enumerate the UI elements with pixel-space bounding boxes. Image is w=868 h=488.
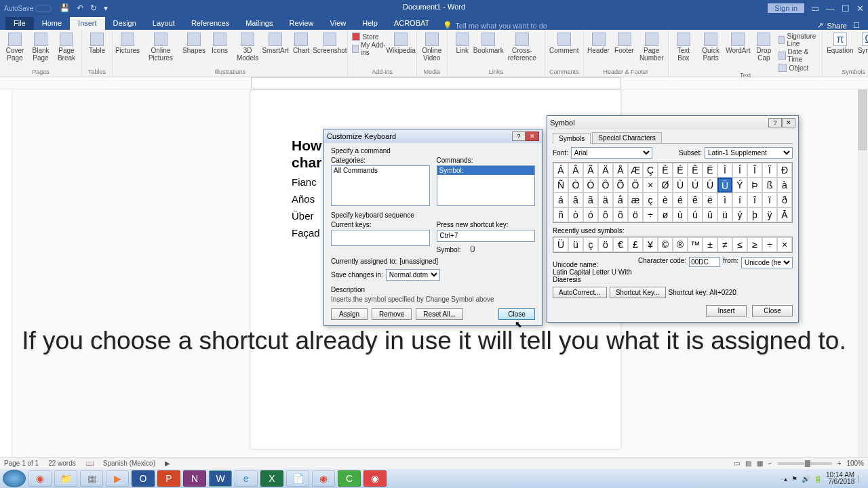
symbol-close-button[interactable]: Close [752, 305, 793, 317]
symbol-cell[interactable]: ê [688, 192, 703, 207]
recent-symbol-cell[interactable]: ¥ [643, 237, 658, 252]
zoom-value[interactable]: 100% [846, 460, 864, 467]
tab-file[interactable]: File [5, 17, 34, 30]
symbol-cell[interactable]: ß [762, 178, 777, 192]
symbol-cell[interactable]: ú [688, 207, 703, 222]
autocorrect-button[interactable]: AutoCorrect... [553, 287, 607, 298]
symbol-cell[interactable]: ä [598, 192, 613, 207]
minimize-icon[interactable]: — [826, 3, 835, 14]
recent-symbol-cell[interactable]: © [658, 237, 673, 252]
symbol-cell[interactable]: ñ [553, 207, 568, 222]
signature-line-button[interactable]: Signature Line [778, 33, 818, 47]
tray-up-icon[interactable]: ▴ [784, 475, 787, 483]
tray-clock[interactable]: 10:14 AM7/6/2018 [826, 472, 854, 485]
text-box-button[interactable]: Text Box [673, 33, 694, 62]
symbol-cell[interactable]: ì [717, 192, 732, 207]
symbol-cell[interactable]: Ù [673, 178, 688, 192]
taskbar-onenote-icon[interactable]: N [183, 470, 206, 487]
icons-button[interactable]: Icons [209, 33, 231, 54]
assign-button[interactable]: Assign [331, 308, 368, 320]
table-button[interactable]: Table [86, 33, 108, 54]
tab-home[interactable]: Home [34, 17, 70, 30]
symbol-cell[interactable]: Ø [658, 178, 673, 192]
view-read-icon[interactable]: ▭ [734, 460, 740, 467]
recent-symbol-cell[interactable]: ü [568, 237, 583, 252]
symbol-cell[interactable]: × [643, 178, 658, 192]
3d-models-button[interactable]: 3D Models [235, 33, 260, 62]
symbol-cell[interactable]: ø [658, 207, 673, 222]
taskbar-outlook-icon[interactable]: O [132, 470, 155, 487]
symbol-cell[interactable]: Õ [613, 178, 628, 192]
redo-icon[interactable]: ↻ [90, 3, 97, 13]
tab-design[interactable]: Design [105, 17, 144, 30]
symbol-cell[interactable]: Ö [628, 178, 643, 192]
cross-reference-button[interactable]: Cross- reference [504, 33, 540, 62]
symbol-cell[interactable]: í [732, 192, 747, 207]
symbol-cell[interactable]: Ã [583, 163, 598, 178]
save-icon[interactable]: 💾 [60, 3, 70, 13]
list-item[interactable]: All Commands [332, 166, 429, 175]
symbol-cell[interactable]: Ò [568, 178, 583, 192]
recent-symbol-cell[interactable]: Ü [553, 237, 568, 252]
symbol-cell[interactable]: Ë [703, 163, 717, 178]
remove-button[interactable]: Remove [372, 308, 412, 320]
page-break-button[interactable]: Page Break [56, 33, 77, 62]
cover-page-button[interactable]: Cover Page [4, 33, 26, 62]
symbol-cell[interactable]: ý [732, 207, 747, 222]
symbol-cell[interactable]: Ñ [553, 178, 568, 192]
symbol-cell[interactable]: Ü [717, 178, 732, 192]
taskbar-explorer-icon[interactable]: 📁 [54, 470, 77, 487]
symbol-cell[interactable]: û [703, 207, 717, 222]
recent-symbol-cell[interactable]: ® [673, 237, 688, 252]
press-shortcut-field[interactable]: Ctrl+7 [437, 230, 536, 242]
symbol-cell[interactable]: ò [568, 207, 583, 222]
autosave-toggle[interactable]: AutoSave [4, 5, 33, 12]
tab-special-characters[interactable]: Special Characters [592, 132, 661, 143]
vertical-scrollbar[interactable] [858, 89, 867, 461]
tab-mailings[interactable]: Mailings [237, 17, 281, 30]
symbol-cell[interactable]: é [673, 192, 688, 207]
page-number-button[interactable]: Page Number [639, 33, 664, 62]
pictures-button[interactable]: Pictures [117, 33, 138, 54]
symbol-cell[interactable]: è [658, 192, 673, 207]
symbol-close-icon[interactable]: ✕ [782, 118, 795, 127]
symbol-cell[interactable]: ü [717, 207, 732, 222]
taskbar-media-icon[interactable]: ▶ [106, 470, 129, 487]
recent-symbol-cell[interactable]: £ [628, 237, 643, 252]
footer-button[interactable]: Footer [614, 33, 635, 54]
tab-review[interactable]: Review [281, 17, 322, 30]
symbol-cell[interactable]: Ā [777, 207, 792, 222]
wordart-button[interactable]: WordArt [727, 33, 749, 54]
shapes-button[interactable]: Shapes [183, 33, 205, 54]
tray-flag-icon[interactable]: ⚑ [791, 475, 797, 483]
symbol-cell[interactable]: Í [732, 163, 747, 178]
symbol-cell[interactable]: ð [777, 192, 792, 207]
recent-symbol-cell[interactable]: ö [598, 237, 613, 252]
zoom-out-icon[interactable]: − [768, 460, 772, 467]
symbol-cell[interactable]: É [673, 163, 688, 178]
quick-parts-button[interactable]: Quick Parts [698, 33, 724, 62]
ribbon-options-icon[interactable]: ▭ [811, 3, 819, 14]
show-desktop-button[interactable] [859, 475, 865, 483]
drop-cap-button[interactable]: Drop Cap [753, 33, 774, 62]
symbol-grid[interactable]: ÁÂÃÄÅÆÇÈÉÊËÌÍÎÏÐÑÒÓÔÕÖ×ØÙÚÛÜÝÞßàáâãäåæçè… [553, 162, 793, 223]
symbol-cell[interactable]: ë [703, 192, 717, 207]
symbol-cell[interactable]: Ú [688, 178, 703, 192]
symbol-help-icon[interactable]: ? [768, 118, 782, 127]
status-language[interactable]: Spanish (Mexico) [103, 460, 155, 467]
taskbar-chrome2-icon[interactable]: ◉ [312, 470, 335, 487]
close-button[interactable]: Close [498, 308, 535, 320]
symbol-cell[interactable]: Û [703, 178, 717, 192]
zoom-in-icon[interactable]: + [837, 460, 842, 467]
symbol-cell[interactable]: Ì [717, 163, 732, 178]
tab-acrobat[interactable]: ACROBAT [386, 17, 437, 30]
view-print-icon[interactable]: ▤ [745, 460, 751, 467]
tray-network-icon[interactable]: 🔊 [802, 475, 810, 483]
online-video-button[interactable]: Online Video [421, 33, 443, 62]
dialog-close-icon[interactable]: ✕ [526, 131, 539, 141]
dialog-help-icon[interactable]: ? [512, 131, 526, 141]
symbol-cell[interactable]: á [553, 192, 568, 207]
char-code-field[interactable] [689, 257, 720, 267]
symbol-cell[interactable]: ô [598, 207, 613, 222]
recent-symbol-cell[interactable]: ≥ [747, 237, 762, 252]
